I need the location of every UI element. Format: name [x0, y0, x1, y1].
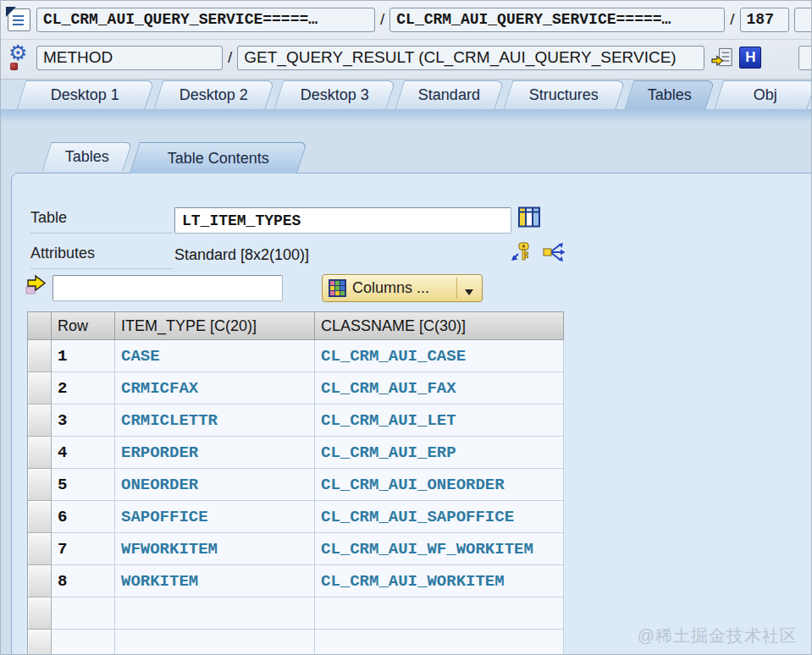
- tables-subtab-strip: Tables Table Contents: [47, 142, 302, 173]
- menu-triangle-icon: [465, 289, 473, 300]
- attributes-value: Standard [8x2(100)]: [174, 246, 309, 264]
- columns-button[interactable]: Columns ...: [322, 274, 483, 302]
- tab-standard[interactable]: Standard: [395, 80, 504, 109]
- classname-cell[interactable]: CL_CRM_AUI_LET: [315, 405, 564, 437]
- item-type-cell[interactable]: ONEORDER: [115, 469, 315, 501]
- field-separator: /: [730, 10, 734, 29]
- class-name-field-1[interactable]: CL_CRM_AUI_QUERY_SERVICE=====…: [36, 8, 375, 32]
- table-row: 1 CASE CL_CRM_AUI_CASE: [28, 340, 564, 372]
- yellow-arrow-icon[interactable]: [25, 272, 49, 299]
- column-header-row[interactable]: Row: [52, 312, 115, 340]
- line-number-field[interactable]: 187: [740, 8, 789, 32]
- item-type-cell[interactable]: CRMICFAX: [115, 372, 315, 405]
- classname-cell[interactable]: CL_CRM_AUI_WORKITEM: [315, 565, 564, 597]
- item-type-cell[interactable]: WORKITEM: [115, 565, 315, 597]
- columns-grid-icon: [329, 279, 346, 297]
- row-number-cell[interactable]: 3: [52, 405, 115, 437]
- method-gear-icon: ⚙: [8, 46, 30, 70]
- header-icon[interactable]: H: [739, 47, 761, 69]
- tab-desktop-2[interactable]: Desktop 2: [153, 80, 274, 109]
- tab-tables[interactable]: Tables: [624, 80, 715, 109]
- attributes-label: Attributes: [30, 245, 173, 269]
- row-selector-button[interactable]: [28, 405, 52, 437]
- tab-objects[interactable]: Obj: [714, 80, 812, 109]
- table-row-empty: [28, 630, 564, 655]
- row-number-cell[interactable]: 5: [52, 469, 115, 501]
- table-contents-panel: Table Attributes Standard [8x2(100)]: [11, 173, 812, 655]
- row-selector-button[interactable]: [28, 340, 52, 372]
- columns-button-label: Columns ...: [352, 279, 429, 297]
- tab-desktop-1[interactable]: Desktop 1: [16, 80, 154, 109]
- table-name-input[interactable]: [174, 207, 511, 234]
- title-row-class: CL_CRM_AUI_QUERY_SERVICE=====… / CL_CRM_…: [1, 5, 811, 34]
- table-icon[interactable]: [517, 206, 541, 232]
- row-selector-button[interactable]: [28, 533, 52, 565]
- tab-structures[interactable]: Structures: [503, 80, 625, 109]
- row-selector-button[interactable]: [28, 597, 52, 630]
- row-selector-button[interactable]: [28, 469, 52, 501]
- class-document-icon: [8, 8, 30, 31]
- table-row-empty: [28, 597, 564, 630]
- item-types-grid: Row ITEM_TYPE [C(20)] CLASSNAME [C(30)] …: [27, 311, 564, 655]
- row-number-cell[interactable]: 4: [52, 437, 115, 469]
- button-divider: [456, 278, 457, 299]
- classname-cell[interactable]: CL_CRM_AUI_ONEORDER: [315, 469, 564, 501]
- table-row: 2 CRMICFAX CL_CRM_AUI_FAX: [28, 372, 564, 405]
- classname-cell[interactable]: CL_CRM_AUI_FAX: [315, 372, 564, 405]
- clipped-field[interactable]: [798, 46, 812, 70]
- row-number-cell[interactable]: 7: [52, 533, 115, 565]
- grid-header-row: Row ITEM_TYPE [C(20)] CLASSNAME [C(30)]: [28, 312, 564, 340]
- classname-cell[interactable]: CL_CRM_AUI_ERP: [315, 437, 564, 469]
- column-header-selector[interactable]: [28, 312, 52, 340]
- table-row: 6 SAPOFFICE CL_CRM_AUI_SAPOFFICE: [28, 501, 564, 533]
- row-selector-button[interactable]: [28, 630, 52, 655]
- row-selector-button[interactable]: [28, 501, 52, 533]
- table-row: 4 ERPORDER CL_CRM_AUI_ERP: [28, 437, 564, 469]
- title-bar: CL_CRM_AUI_QUERY_SERVICE=====… / CL_CRM_…: [1, 1, 811, 80]
- classname-cell[interactable]: CL_CRM_AUI_SAPOFFICE: [315, 501, 564, 533]
- item-type-cell[interactable]: CASE: [115, 340, 315, 372]
- desktop-tab-strip: Desktop 1 Desktop 2 Desktop 3 Standard S…: [1, 80, 811, 109]
- table-label: Table: [30, 209, 173, 234]
- class-name-field-2[interactable]: CL_CRM_AUI_QUERY_SERVICE=====…: [389, 8, 725, 32]
- field-separator: /: [380, 10, 384, 29]
- row-number-cell[interactable]: 1: [52, 340, 115, 372]
- row-number-cell[interactable]: 6: [52, 501, 115, 533]
- sap-debugger-window: CL_CRM_AUI_QUERY_SERVICE=====… / CL_CRM_…: [0, 0, 812, 655]
- item-type-cell[interactable]: WFWORKITEM: [115, 533, 315, 565]
- title-row-method: ⚙ METHOD / GET_QUERY_RESULT (CL_CRM_AUI_…: [1, 43, 811, 72]
- tab-base-band: [1, 109, 811, 121]
- item-type-cell[interactable]: ERPORDER: [115, 437, 315, 469]
- table-row: 8 WORKITEM CL_CRM_AUI_WORKITEM: [28, 565, 564, 597]
- event-name-field[interactable]: GET_QUERY_RESULT (CL_CRM_AUI_QUERY_SERVI…: [237, 46, 704, 70]
- subtab-table-contents[interactable]: Table Contents: [130, 142, 307, 173]
- table-row: 3 CRMICLETTR CL_CRM_AUI_LET: [28, 405, 564, 437]
- filter-input[interactable]: [52, 275, 283, 301]
- column-header-item-type[interactable]: ITEM_TYPE [C(20)]: [115, 312, 315, 340]
- clipped-field[interactable]: [794, 8, 812, 32]
- row-selector-button[interactable]: [28, 565, 52, 597]
- column-header-classname[interactable]: CLASSNAME [C(30)]: [315, 312, 564, 340]
- row-number-cell[interactable]: 2: [52, 372, 115, 405]
- table-row: 7 WFWORKITEM CL_CRM_AUI_WF_WORKITEM: [28, 533, 564, 565]
- row-number-cell[interactable]: 8: [52, 565, 115, 597]
- tab-desktop-3[interactable]: Desktop 3: [273, 80, 395, 109]
- item-type-cell[interactable]: SAPOFFICE: [115, 501, 315, 533]
- table-row: 5 ONEORDER CL_CRM_AUI_ONEORDER: [28, 469, 564, 501]
- subtab-tables[interactable]: Tables: [41, 142, 132, 171]
- navigate-icon[interactable]: [542, 241, 566, 267]
- row-selector-button[interactable]: [28, 437, 52, 469]
- event-type-field[interactable]: METHOD: [36, 46, 223, 70]
- key-icon[interactable]: [510, 241, 532, 267]
- classname-cell[interactable]: CL_CRM_AUI_WF_WORKITEM: [315, 533, 564, 565]
- row-selector-button[interactable]: [28, 372, 52, 405]
- goto-statement-icon[interactable]: [711, 47, 734, 69]
- classname-cell[interactable]: CL_CRM_AUI_CASE: [315, 340, 564, 372]
- item-type-cell[interactable]: CRMICLETTR: [115, 405, 315, 437]
- watermark: @稀土掘金技术社区: [638, 625, 798, 647]
- field-separator: /: [228, 48, 232, 67]
